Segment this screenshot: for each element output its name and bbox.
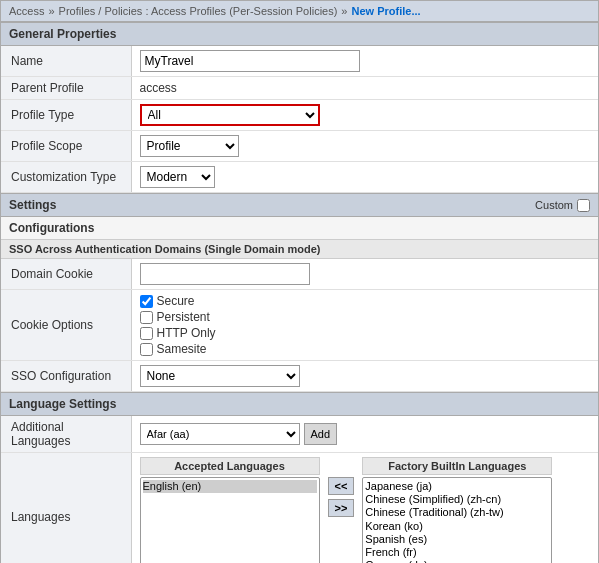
profile-scope-select[interactable]: Profile Virtual Server — [140, 135, 239, 157]
configurations-header: Configurations — [1, 217, 598, 239]
profile-type-label: Profile Type — [1, 100, 131, 131]
parent-profile-label: Parent Profile — [1, 77, 131, 100]
http-only-label: HTTP Only — [157, 326, 216, 340]
secure-checkbox[interactable] — [140, 295, 153, 308]
additional-languages-label: Additional Languages — [1, 416, 131, 453]
sso-config-select[interactable]: None Other — [140, 365, 300, 387]
persistent-checkbox[interactable] — [140, 311, 153, 324]
samesite-option[interactable]: Samesite — [140, 342, 591, 356]
settings-bar: Settings Custom — [1, 193, 598, 217]
settings-label: Settings — [9, 198, 56, 212]
custom-label: Custom — [535, 199, 573, 211]
factory-languages-list[interactable]: Japanese (ja) Chinese (Simplified) (zh-c… — [362, 477, 552, 563]
cookie-options-label: Cookie Options — [1, 290, 131, 361]
sso-header: SSO Across Authentication Domains (Singl… — [1, 239, 598, 259]
http-only-option[interactable]: HTTP Only — [140, 326, 591, 340]
profile-type-select[interactable]: All LTM GTM — [140, 104, 320, 126]
secure-label: Secure — [157, 294, 195, 308]
add-language-button[interactable]: Add — [304, 423, 338, 445]
name-input[interactable] — [140, 50, 360, 72]
transfer-right-button[interactable]: >> — [328, 499, 355, 517]
http-only-checkbox[interactable] — [140, 327, 153, 340]
accepted-languages-list[interactable]: English (en) — [140, 477, 320, 563]
breadcrumb-new-profile: New Profile... — [351, 5, 420, 17]
sso-config-label: SSO Configuration — [1, 361, 131, 392]
samesite-label: Samesite — [157, 342, 207, 356]
transfer-left-button[interactable]: << — [328, 477, 355, 495]
domain-cookie-input[interactable] — [140, 263, 310, 285]
persistent-option[interactable]: Persistent — [140, 310, 591, 324]
additional-lang-select[interactable]: Afar (aa) Abkhazian (ab) — [140, 423, 300, 445]
parent-profile-value: access — [131, 77, 598, 100]
customization-type-label: Customization Type — [1, 162, 131, 193]
samesite-checkbox[interactable] — [140, 343, 153, 356]
profile-scope-label: Profile Scope — [1, 131, 131, 162]
domain-cookie-label: Domain Cookie — [1, 259, 131, 290]
name-label: Name — [1, 46, 131, 77]
language-settings-header: Language Settings — [1, 392, 598, 416]
general-properties-header: General Properties — [1, 22, 598, 46]
accepted-languages-label: Accepted Languages — [140, 457, 320, 475]
persistent-label: Persistent — [157, 310, 210, 324]
breadcrumb: Access » Profiles / Policies : Access Pr… — [1, 1, 598, 22]
breadcrumb-access[interactable]: Access — [9, 5, 44, 17]
custom-checkbox[interactable] — [577, 199, 590, 212]
languages-label: Languages — [1, 453, 131, 564]
secure-option[interactable]: Secure — [140, 294, 591, 308]
breadcrumb-profiles[interactable]: Profiles / Policies : Access Profiles (P… — [59, 5, 338, 17]
factory-languages-label: Factory BuiltIn Languages — [362, 457, 552, 475]
customization-type-select[interactable]: Modern Standard — [140, 166, 215, 188]
